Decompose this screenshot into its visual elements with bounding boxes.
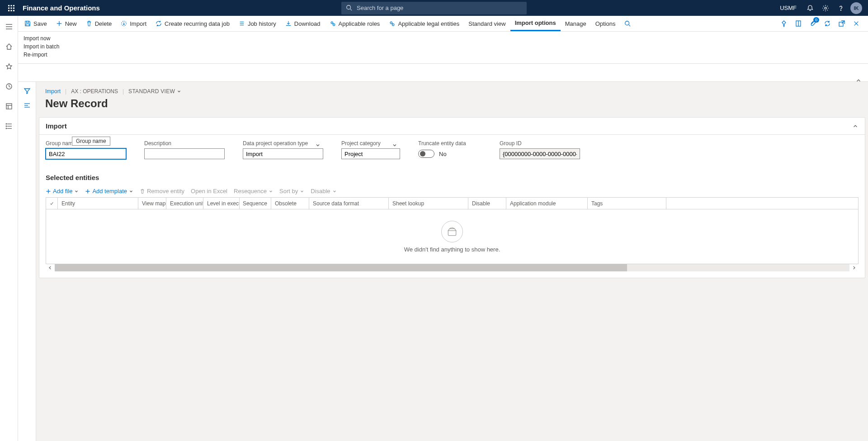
svg-rect-27	[26, 24, 29, 26]
options-tab[interactable]: Options	[591, 16, 620, 31]
delete-label: Delete	[95, 20, 112, 27]
actionbar-right-icons: 0	[778, 16, 868, 31]
hamburger-icon[interactable]	[0, 21, 18, 32]
svg-point-12	[840, 9, 841, 10]
svg-rect-7	[11, 10, 12, 11]
svg-point-11	[825, 7, 826, 9]
app-launcher-icon[interactable]	[0, 0, 23, 16]
help-icon[interactable]	[834, 0, 848, 16]
company-label[interactable]: USMF	[774, 5, 802, 11]
applicable-legal-button[interactable]: Applicable legal entities	[384, 16, 464, 31]
save-label: Save	[33, 20, 47, 27]
attachments-icon[interactable]: 0	[807, 16, 819, 32]
svg-point-36	[390, 22, 392, 24]
manage-tab[interactable]: Manage	[561, 16, 591, 31]
home-icon[interactable]	[0, 41, 18, 52]
svg-rect-4	[11, 7, 12, 9]
delete-button[interactable]: Delete	[81, 16, 117, 31]
user-avatar[interactable]: IK	[849, 0, 863, 16]
save-button[interactable]: Save	[20, 16, 52, 31]
svg-point-38	[625, 21, 629, 25]
popout-icon[interactable]	[835, 16, 848, 32]
close-icon[interactable]	[850, 16, 863, 32]
notifications-icon[interactable]	[803, 0, 817, 16]
new-label: New	[65, 20, 77, 27]
applicable-legal-label: Applicable legal entities	[398, 20, 459, 27]
import-options-label: Import options	[515, 19, 556, 26]
create-recurring-label: Create recurring data job	[165, 20, 230, 27]
applicable-roles-label: Applicable roles	[339, 20, 380, 27]
applicable-roles-button[interactable]: Applicable roles	[325, 16, 385, 31]
action-search-icon[interactable]	[620, 16, 635, 31]
svg-point-9	[347, 5, 351, 9]
svg-line-10	[350, 9, 352, 10]
import-in-batch-option[interactable]: Import in batch	[24, 43, 868, 51]
svg-rect-3	[8, 7, 9, 9]
new-button[interactable]: New	[52, 16, 81, 31]
manage-label: Manage	[565, 20, 586, 27]
app-title: Finance and Operations	[23, 4, 100, 12]
svg-line-39	[629, 25, 631, 27]
import-label: Import	[130, 20, 146, 27]
download-button[interactable]: Download	[281, 16, 325, 31]
search-icon	[346, 5, 352, 11]
svg-rect-26	[26, 21, 28, 23]
re-import-option[interactable]: Re-import	[24, 51, 868, 59]
navbar-right: USMF IK	[774, 0, 868, 16]
standard-view-label: Standard view	[468, 20, 505, 27]
attachments-badge: 0	[813, 17, 819, 23]
create-recurring-button[interactable]: Create recurring data job	[151, 16, 234, 31]
options-label: Options	[595, 20, 616, 27]
pin-icon[interactable]	[778, 16, 790, 32]
job-history-button[interactable]: Job history	[234, 16, 281, 31]
job-history-label: Job history	[248, 20, 276, 27]
svg-rect-8	[13, 10, 14, 11]
svg-point-34	[331, 22, 333, 24]
svg-rect-2	[13, 5, 14, 6]
svg-rect-0	[8, 5, 9, 6]
left-nav-rail	[0, 16, 18, 64]
standard-view-button[interactable]: Standard view	[464, 16, 510, 31]
refresh-icon[interactable]	[821, 16, 834, 32]
top-navbar: Finance and Operations USMF IK	[0, 0, 868, 16]
import-options-tab[interactable]: Import options	[510, 16, 561, 31]
global-search-input[interactable]	[341, 2, 527, 14]
avatar-initials: IK	[850, 2, 862, 14]
office-icon[interactable]	[792, 16, 805, 32]
import-options-submenu: Import now Import in batch Re-import	[0, 32, 868, 64]
svg-rect-5	[13, 7, 14, 9]
import-button[interactable]: Import	[116, 16, 151, 31]
svg-rect-1	[11, 5, 12, 6]
settings-gear-icon[interactable]	[818, 0, 833, 16]
import-now-option[interactable]: Import now	[24, 34, 868, 43]
favorites-star-icon[interactable]	[0, 61, 18, 64]
svg-rect-6	[8, 10, 9, 11]
download-label: Download	[294, 20, 321, 27]
action-bar: Save New Delete Import Create recurring …	[0, 16, 868, 32]
search-wrap	[341, 2, 527, 14]
